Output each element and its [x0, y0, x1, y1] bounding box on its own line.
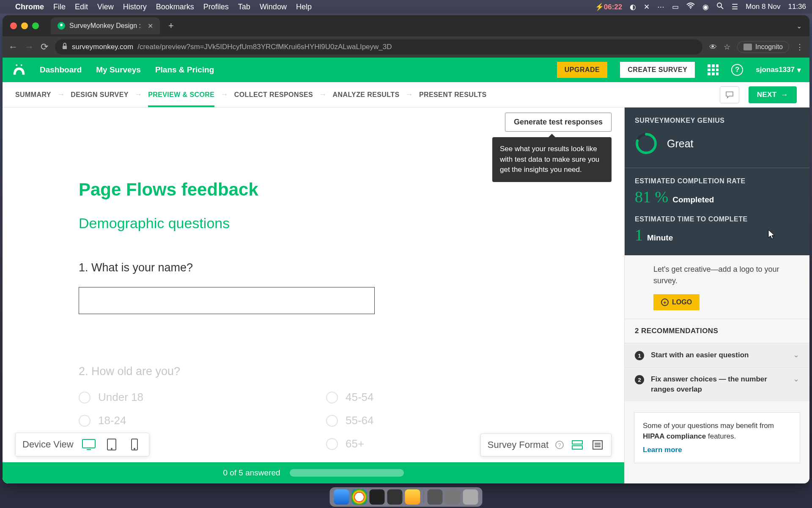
browser-tab[interactable]: SurveyMonkey Design : ✕ — [51, 17, 160, 34]
chrome-menu-icon[interactable]: ⋮ — [796, 42, 804, 52]
window-close[interactable] — [10, 22, 17, 29]
step-present[interactable]: PRESENT RESULTS — [419, 83, 487, 107]
step-collect[interactable]: COLLECT RESPONSES — [234, 83, 313, 107]
tab-bar: SurveyMonkey Design : ✕ + ⌄ — [3, 15, 809, 36]
step-analyze[interactable]: ANALYZE RESULTS — [333, 83, 400, 107]
step-arrow-icon: → — [57, 90, 65, 99]
device-mobile-icon[interactable] — [127, 438, 142, 451]
menu-file[interactable]: File — [53, 3, 66, 11]
device-desktop-icon[interactable] — [81, 438, 96, 451]
user-icon[interactable]: ◉ — [702, 3, 709, 11]
radio-option[interactable]: Under 18 — [79, 391, 301, 404]
radio-option[interactable]: 45-54 — [326, 391, 548, 404]
add-logo-button[interactable]: + LOGO — [653, 294, 700, 310]
dock-chrome-icon[interactable] — [352, 489, 367, 505]
plus-circle-icon: + — [661, 298, 669, 306]
svg-point-1 — [717, 3, 721, 7]
recommendation-item[interactable]: 1 Start with an easier question ⌄ — [625, 343, 809, 367]
status-icon-1[interactable]: ◐ — [630, 3, 636, 11]
menu-window[interactable]: Window — [260, 3, 287, 11]
window-maximize[interactable] — [32, 22, 39, 29]
dock-trash-icon[interactable] — [463, 489, 478, 505]
learn-more-link[interactable]: Learn more — [643, 444, 682, 456]
svg-point-4 — [16, 64, 17, 66]
menu-help[interactable]: Help — [296, 3, 312, 11]
step-preview[interactable]: PREVIEW & SCORE — [148, 83, 214, 107]
genius-score-label: Great — [667, 138, 694, 150]
tabs-dropdown-icon[interactable]: ⌄ — [796, 22, 802, 30]
format-classic-icon[interactable] — [591, 439, 604, 451]
svg-line-2 — [721, 7, 723, 9]
genius-title: SURVEYMONKEY GENIUS — [635, 117, 799, 124]
genius-panel: SURVEYMONKEY GENIUS Great ESTIMATED COMP… — [624, 108, 809, 483]
time-unit: Minute — [647, 233, 673, 243]
menu-time[interactable]: 11:36 — [788, 3, 806, 11]
control-center-icon[interactable]: ☰ — [732, 3, 738, 11]
status-icon-2[interactable]: ✕ — [644, 3, 650, 11]
dock-app-icon[interactable] — [405, 489, 420, 505]
menu-tab[interactable]: Tab — [238, 3, 250, 11]
window-minimize[interactable] — [21, 22, 28, 29]
menu-profiles[interactable]: Profiles — [203, 3, 229, 11]
help-icon[interactable]: ? — [731, 64, 743, 76]
help-small-icon[interactable]: ? — [555, 441, 564, 449]
nav-dashboard[interactable]: Dashboard — [40, 65, 82, 75]
chevron-down-icon: ▾ — [797, 66, 801, 75]
create-survey-button[interactable]: CREATE SURVEY — [620, 62, 695, 78]
menu-app-name[interactable]: Chrome — [15, 3, 44, 11]
tracking-icon[interactable]: 👁 — [709, 43, 717, 52]
mac-menu-bar: Chrome File Edit View History Bookmarks … — [0, 0, 812, 14]
battery-icon[interactable]: ▭ — [672, 3, 679, 11]
nav-my-surveys[interactable]: My Surveys — [96, 65, 141, 75]
menu-date[interactable]: Mon 8 Nov — [746, 3, 780, 11]
menu-history[interactable]: History — [123, 3, 147, 11]
bookmark-star-icon[interactable]: ☆ — [724, 42, 730, 52]
dock-app-icon[interactable] — [445, 489, 461, 505]
device-tablet-icon[interactable] — [104, 438, 119, 451]
user-menu[interactable]: sjonas1337▾ — [756, 66, 801, 75]
nav-back[interactable]: ← — [8, 41, 18, 52]
status-icon-3[interactable]: ⋯ — [657, 3, 664, 11]
next-button[interactable]: NEXT→ — [749, 86, 797, 103]
generate-test-tooltip: See what your results look like with tes… — [492, 137, 612, 182]
menu-view[interactable]: View — [97, 3, 114, 11]
step-design[interactable]: DESIGN SURVEY — [71, 83, 129, 107]
dock-app-icon[interactable] — [387, 489, 403, 505]
incognito-icon — [743, 44, 752, 50]
app-viewport: Dashboard My Surveys Plans & Pricing UPG… — [3, 58, 809, 483]
sm-logo-icon[interactable] — [11, 64, 27, 76]
menu-bookmarks[interactable]: Bookmarks — [156, 3, 194, 11]
comment-button[interactable] — [720, 86, 739, 103]
dock-app-icon[interactable] — [428, 489, 443, 505]
format-one-at-a-time-icon[interactable] — [571, 439, 584, 451]
svg-rect-13 — [572, 446, 582, 449]
question-label: 2. How old are you? — [79, 365, 548, 378]
wifi-icon[interactable] — [686, 3, 695, 11]
survey-title: Page Flows feedback — [79, 179, 548, 200]
radio-option[interactable]: 18-24 — [79, 414, 301, 427]
new-tab-button[interactable]: + — [168, 20, 174, 31]
url-input[interactable]: surveymonkey.com/create/preview?sm=JVk5I… — [55, 39, 702, 55]
recommendation-item[interactable]: 2 Fix answer choices — the number ranges… — [625, 367, 809, 401]
dock-finder-icon[interactable] — [334, 489, 349, 505]
step-summary[interactable]: SUMMARY — [15, 83, 51, 107]
chevron-down-icon: ⌄ — [793, 350, 799, 359]
upgrade-button[interactable]: UPGRADE — [557, 62, 608, 78]
apps-grid-icon[interactable] — [708, 64, 719, 75]
nav-plans[interactable]: Plans & Pricing — [155, 65, 214, 75]
incognito-badge[interactable]: Incognito — [737, 41, 789, 53]
spotlight-icon[interactable] — [716, 2, 724, 12]
generate-test-responses-button[interactable]: Generate test responses — [505, 113, 612, 132]
nav-reload[interactable]: ⟳ — [41, 41, 48, 52]
question-1-input[interactable] — [79, 287, 375, 314]
menu-edit[interactable]: Edit — [75, 3, 88, 11]
radio-icon — [326, 415, 338, 427]
time-value: 1 — [635, 226, 643, 244]
radio-icon — [79, 392, 91, 403]
step-arrow-icon: → — [319, 90, 326, 99]
tab-close-icon[interactable]: ✕ — [148, 22, 153, 30]
dock-terminal-icon[interactable] — [370, 489, 385, 505]
battery-status[interactable]: ⚡06:22 — [595, 3, 622, 11]
address-bar: ← → ⟳ surveymonkey.com/create/preview?sm… — [3, 36, 809, 58]
radio-option[interactable]: 55-64 — [326, 414, 548, 427]
